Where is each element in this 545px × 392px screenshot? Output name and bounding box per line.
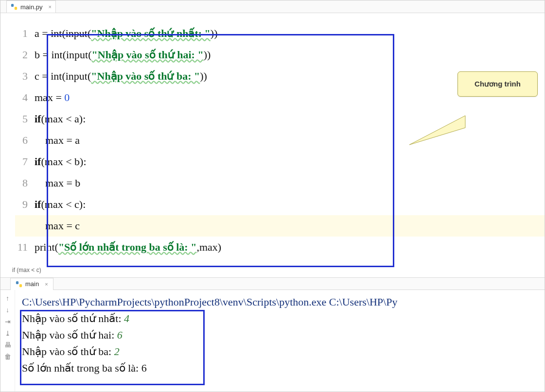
editor-area: 1 2 3 4 5 6 7 8 9 10 11 a = int(input("N… [0,13,545,277]
soft-wrap-icon[interactable]: ⇥ [3,317,12,326]
python-file-icon [11,3,18,10]
callout-pointer-icon [409,116,468,150]
editor-tab-main[interactable]: main.py × [6,0,56,13]
scroll-to-end-icon[interactable]: ⤓ [3,329,12,338]
breadcrumb[interactable]: if (max < c) [0,265,545,277]
print-icon[interactable]: 🖶 [3,341,12,349]
command-line: C:\Users\HP\PycharmProjects\pythonProjec… [22,294,540,310]
arrow-down-icon[interactable]: ↓ [3,306,12,314]
arrow-up-icon[interactable]: ↑ [3,294,12,303]
svg-rect-3 [16,281,18,284]
svg-rect-0 [11,4,14,7]
run-tabbar: main × [0,277,545,290]
console-output[interactable]: C:\Users\HP\PycharmProjects\pythonProjec… [15,290,545,392]
output-line: Nhập vào số thứ nhất: 4 [22,310,540,327]
console-toolbar: ↑ ↓ ⇥ ⤓ 🖶 🗑 [0,290,15,392]
ide-window: main.py × 1 2 3 4 5 6 7 8 9 10 11 a = in… [0,0,545,392]
python-icon [16,281,22,288]
svg-rect-4 [19,284,22,287]
output-line: Nhập vào số thứ hai: 6 [22,327,540,343]
output-line: Nhập vào số thứ ba: 2 [22,343,540,360]
svg-marker-2 [409,116,465,145]
editor-tab-label: main.py [20,3,43,11]
code-editor[interactable]: a = int(input("Nhập vào số thứ nhất: "))… [35,13,545,265]
callout-program: Chương trình [457,71,538,97]
close-icon[interactable]: × [49,4,52,10]
editor-tabbar: main.py × [0,0,545,13]
close-icon[interactable]: × [45,281,48,287]
trash-icon[interactable]: 🗑 [3,352,12,361]
run-tab-label: main [25,280,39,288]
callout-label: Chương trình [475,80,521,88]
output-line: Số lớn nhất trong ba số là: 6 [22,360,540,376]
run-tab-main[interactable]: main × [10,278,53,290]
console-area: ↑ ↓ ⇥ ⤓ 🖶 🗑 C:\Users\HP\PycharmProjects\… [0,290,545,392]
svg-rect-1 [15,7,17,10]
